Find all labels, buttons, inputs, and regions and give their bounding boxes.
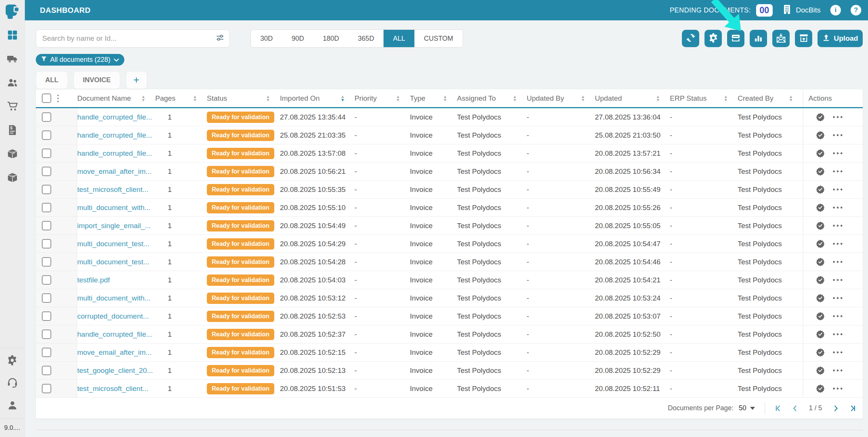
sidebar-item-invoices[interactable]: $ — [7, 125, 18, 136]
sort-arrows-icon[interactable]: ▲▼ — [789, 95, 793, 102]
row-checkbox[interactable] — [42, 293, 51, 303]
sort-arrows-icon[interactable]: ▲▼ — [581, 95, 585, 102]
more-menu-icon[interactable] — [833, 315, 842, 317]
row-checkbox[interactable] — [42, 257, 51, 267]
last-page-icon[interactable] — [848, 405, 856, 412]
refresh-button[interactable] — [682, 30, 699, 47]
more-menu-icon[interactable] — [833, 225, 842, 227]
add-tab-button[interactable]: + — [126, 71, 147, 89]
next-page-icon[interactable] — [833, 405, 839, 412]
document-name-link[interactable]: test_microsoft_client... — [77, 385, 148, 393]
more-menu-icon[interactable] — [833, 170, 842, 172]
document-name-link[interactable]: handle_corrupted_file... — [77, 113, 152, 121]
row-checkbox[interactable] — [42, 149, 51, 158]
document-name-link[interactable]: test_google_client_20... — [77, 366, 153, 374]
documents-filter-chip[interactable]: All documents (228) — [36, 54, 124, 66]
statistics-button[interactable] — [750, 30, 767, 47]
document-name-link[interactable]: multi_document_with... — [77, 294, 150, 302]
column-header-erp[interactable]: ERP Status▲▼ — [670, 89, 738, 107]
column-header-pages[interactable]: Pages▲▼ — [155, 89, 207, 107]
per-page-dropdown[interactable] — [750, 407, 755, 410]
column-header-updated[interactable]: Updated▲▼ — [595, 89, 670, 107]
sort-arrows-icon[interactable]: ▲▼ — [443, 95, 447, 102]
row-checkbox[interactable] — [42, 384, 51, 393]
verified-badge-icon[interactable] — [816, 113, 825, 121]
sort-arrows-icon[interactable]: ▲▼ — [266, 95, 270, 102]
row-checkbox[interactable] — [42, 330, 51, 339]
date-range-365d[interactable]: 365D — [348, 30, 384, 47]
verified-badge-icon[interactable] — [816, 348, 825, 357]
document-name-link[interactable]: test_microsoft_client... — [77, 186, 148, 193]
sidebar-item-users[interactable] — [7, 78, 18, 89]
date-range-180d[interactable]: 180D — [313, 30, 348, 47]
column-menu-icon[interactable] — [57, 95, 59, 102]
verified-badge-icon[interactable] — [816, 330, 825, 339]
more-menu-icon[interactable] — [833, 388, 842, 389]
upload-button[interactable]: Upload — [818, 30, 863, 47]
column-header-priority[interactable]: Priority▲▼ — [355, 89, 410, 107]
sidebar-item-purchase-cart[interactable] — [7, 101, 18, 113]
document-name-link[interactable]: handle_corrupted_file... — [77, 330, 152, 338]
settings-button[interactable] — [704, 30, 722, 47]
row-checkbox[interactable] — [42, 167, 51, 176]
column-header-type[interactable]: Type▲▼ — [410, 89, 457, 107]
sort-arrows-icon[interactable]: ▲▼ — [141, 95, 145, 102]
prev-page-icon[interactable] — [792, 405, 798, 412]
verified-badge-icon[interactable] — [816, 258, 825, 266]
date-range-all[interactable]: ALL — [384, 30, 414, 47]
document-name-link[interactable]: multi_document_test... — [77, 258, 149, 266]
tune-filter-icon[interactable] — [216, 34, 224, 43]
tab-all[interactable]: ALL — [36, 71, 68, 89]
document-name-link[interactable]: corrupted_document... — [77, 312, 149, 320]
more-menu-icon[interactable] — [833, 297, 842, 299]
tab-invoice[interactable]: INVOICE — [73, 71, 120, 89]
more-menu-icon[interactable] — [833, 261, 842, 263]
document-name-link[interactable]: move_email_after_im... — [77, 167, 151, 175]
sidebar-item-support[interactable] — [7, 378, 18, 389]
date-range-30d[interactable]: 30D — [251, 30, 282, 47]
org-switcher[interactable]: DocBits — [782, 5, 821, 16]
verified-badge-icon[interactable] — [816, 384, 825, 393]
more-menu-icon[interactable] — [833, 351, 842, 353]
verified-badge-icon[interactable] — [816, 294, 825, 302]
date-range-custom[interactable]: CUSTOM — [414, 30, 463, 47]
document-name-link[interactable]: handle_corrupted_file... — [77, 131, 152, 139]
document-name-link[interactable]: testfile.pdf — [77, 276, 110, 284]
sort-arrows-icon[interactable]: ▲▼ — [724, 95, 728, 102]
more-menu-icon[interactable] — [833, 189, 842, 190]
verified-badge-icon[interactable] — [816, 312, 825, 320]
sidebar-item-account[interactable] — [7, 400, 18, 412]
column-header-updated_by[interactable]: Updated By▲▼ — [527, 89, 595, 107]
docbits-logo-icon[interactable] — [5, 4, 20, 19]
verified-badge-icon[interactable] — [816, 239, 825, 248]
row-checkbox[interactable] — [42, 185, 51, 194]
verified-badge-icon[interactable] — [816, 203, 825, 212]
more-menu-icon[interactable] — [833, 134, 842, 136]
document-name-link[interactable]: multi_document_with... — [77, 204, 150, 212]
row-checkbox[interactable] — [42, 239, 51, 248]
export-button[interactable] — [795, 30, 812, 47]
row-checkbox[interactable] — [42, 275, 51, 285]
help-icon[interactable]: ? — [851, 5, 861, 15]
more-menu-icon[interactable] — [833, 116, 842, 118]
verified-badge-icon[interactable] — [816, 185, 825, 194]
select-all-checkbox[interactable] — [42, 94, 51, 103]
row-checkbox[interactable] — [42, 203, 51, 212]
scanner-button[interactable] — [727, 30, 744, 47]
verified-badge-icon[interactable] — [816, 276, 825, 284]
verified-badge-icon[interactable] — [816, 131, 825, 140]
verified-badge-icon[interactable] — [816, 149, 825, 158]
sort-arrows-icon[interactable]: ▲▼ — [193, 95, 197, 102]
more-menu-icon[interactable] — [833, 207, 842, 209]
sort-arrows-icon[interactable]: ▲▼ — [513, 95, 517, 102]
more-menu-icon[interactable] — [833, 279, 842, 281]
sidebar-item-packages-alt[interactable] — [7, 173, 18, 184]
more-menu-icon[interactable] — [833, 243, 842, 245]
sidebar-item-packages[interactable] — [7, 149, 18, 160]
more-menu-icon[interactable] — [833, 370, 842, 371]
row-checkbox[interactable] — [42, 366, 51, 375]
column-header-created_by[interactable]: Created By▲▼ — [738, 89, 803, 107]
date-range-90d[interactable]: 90D — [282, 30, 313, 47]
sidebar-item-dashboard[interactable] — [7, 30, 18, 41]
row-checkbox[interactable] — [42, 112, 51, 122]
